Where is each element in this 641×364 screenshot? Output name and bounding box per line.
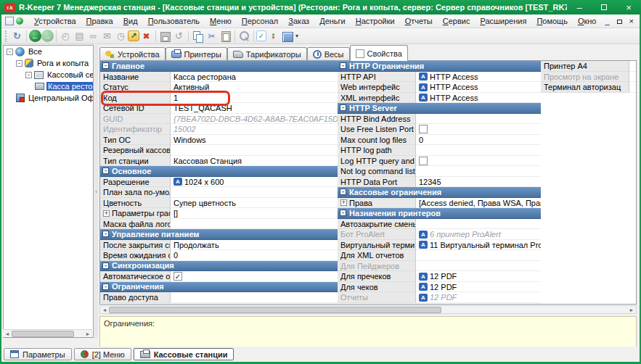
restore-button[interactable] <box>592 0 616 15</box>
tab-tariff[interactable]: Тарификаторы <box>227 47 307 61</box>
checkbox[interactable]: ✓ <box>173 272 182 281</box>
menu-item-6[interactable]: Персонал <box>237 15 284 27</box>
property-value[interactable]: A12 PDF <box>416 271 541 282</box>
tree-item-3[interactable]: -Кассовый сервер <box>4 69 93 80</box>
tab-printers[interactable]: Принтеры <box>166 47 227 61</box>
property-value[interactable]: Активный <box>171 82 338 93</box>
collapse-icon[interactable]: - <box>340 210 346 216</box>
property-value[interactable] <box>171 145 338 156</box>
zoom-icon[interactable] <box>237 30 251 43</box>
recent-icon[interactable]: ◷ <box>114 30 128 43</box>
export-icon[interactable]: ✉ <box>100 30 114 43</box>
scrollbar-thumb[interactable] <box>109 307 441 313</box>
paste-icon[interactable] <box>219 30 232 43</box>
tab-devices[interactable]: Устройства <box>99 47 166 61</box>
section-header[interactable]: -Синхронизация <box>100 261 338 272</box>
property-value[interactable]: Windows <box>171 135 338 146</box>
menu-item-7[interactable]: Заказ <box>283 15 314 27</box>
property-value[interactable]: A12 PDF <box>416 282 541 293</box>
tree-collapse-icon[interactable]: - <box>7 49 13 55</box>
tree-item-4[interactable]: Касса рестор <box>4 80 93 92</box>
collapse-icon[interactable]: - <box>340 189 346 195</box>
property-value[interactable]: Кассовая Станция <box>171 156 338 167</box>
property-value[interactable]: 0 <box>171 250 338 261</box>
collapse-icon[interactable]: - <box>340 104 346 111</box>
tree-item-2[interactable]: -Рога и копыта <box>4 57 93 69</box>
property-value[interactable] <box>416 156 541 167</box>
property-value[interactable] <box>629 72 637 83</box>
delete-icon[interactable]: ✖ <box>139 30 153 43</box>
mdi-restore-button[interactable] <box>617 17 622 25</box>
menu-item-4[interactable]: Пользователь <box>143 15 205 27</box>
property-value[interactable]: ✓ <box>171 271 338 282</box>
property-value[interactable]: Супер цветность <box>171 198 338 209</box>
tab-scales[interactable]: Весы <box>307 47 350 61</box>
property-value[interactable]: [] <box>171 208 338 219</box>
property-value[interactable]: 0 <box>416 135 541 146</box>
property-value[interactable]: 12345 <box>416 177 541 188</box>
section-header[interactable]: -Главное <box>100 61 338 72</box>
tree-horizontal-scrollbar[interactable]: ◄ ► <box>3 329 92 337</box>
edit-icon[interactable]: ↗ <box>128 30 139 41</box>
collapse-icon[interactable]: - <box>102 262 109 269</box>
filter-icon[interactable]: ✓ <box>256 30 266 41</box>
print-icon[interactable]: ▤ <box>73 30 86 43</box>
expand-icon[interactable]: + <box>103 210 110 217</box>
forward-icon[interactable]: → <box>41 30 54 42</box>
section-header[interactable]: -HTTP Server <box>338 103 541 114</box>
sort-icon[interactable]: ▲▼ <box>266 30 280 43</box>
back-icon[interactable]: ← <box>29 30 41 42</box>
mdi-close-button[interactable]: × <box>629 17 634 25</box>
property-value[interactable]: AHTTP Access <box>416 82 541 93</box>
search-icon[interactable]: ∞ <box>86 30 100 43</box>
property-value[interactable]: TEST_QACASH <box>171 103 338 114</box>
property-value[interactable] <box>416 166 541 177</box>
history-icon[interactable]: ◴ <box>59 30 73 43</box>
minimize-button[interactable]: – <box>567 0 592 15</box>
copy-icon[interactable] <box>191 30 205 43</box>
section-header[interactable]: -HTTP Ограничения <box>338 61 541 72</box>
section-header[interactable]: -Ограничения <box>100 282 338 293</box>
tree-collapse-icon[interactable]: - <box>16 60 23 67</box>
property-value[interactable]: A1024 x 600 <box>171 177 338 188</box>
menu-item-1[interactable]: Устройства <box>29 15 81 27</box>
scrollbar-thumb[interactable] <box>12 331 74 337</box>
menu-item-13[interactable]: Помощь <box>531 15 573 27</box>
property-value[interactable]: {7BEA702D-DBCB-4D62-A8AB-7EAC0AF15D08} <box>171 114 338 125</box>
menu-item-14[interactable]: Окно <box>573 15 602 27</box>
property-value[interactable]: Касса ресторана <box>171 72 338 83</box>
menu-item-8[interactable]: Деньги <box>314 15 351 27</box>
taskbar-button-2[interactable]: [2] Меню <box>74 348 131 360</box>
checkbox[interactable] <box>419 125 428 133</box>
property-value[interactable] <box>416 114 541 125</box>
refresh-icon[interactable]: ↻ <box>10 30 24 43</box>
property-value[interactable] <box>416 261 541 272</box>
tree-item-5[interactable]: Центральный Офис <box>4 92 93 104</box>
property-value[interactable] <box>629 61 637 72</box>
cut-icon[interactable]: ✂ <box>205 30 219 43</box>
property-value[interactable]: AHTTP Access <box>416 72 541 83</box>
undo-icon[interactable]: ↺ <box>172 30 186 43</box>
property-value[interactable]: A11 Виртуальный терминал ProQiPAy <box>416 240 541 251</box>
menu-item-3[interactable]: Вид <box>118 15 143 27</box>
collapse-icon[interactable]: - <box>102 231 109 237</box>
taskbar-button-3[interactable]: Кассовые станции <box>134 348 234 360</box>
grid-horizontal-scrollbar[interactable]: ◄ ► <box>99 305 637 314</box>
toolbar-grip[interactable] <box>5 30 8 42</box>
mdi-minimize-button[interactable]: _ <box>605 17 609 25</box>
tree-collapse-icon[interactable]: - <box>25 72 32 78</box>
property-value[interactable] <box>171 292 338 303</box>
property-value[interactable] <box>171 187 338 198</box>
section-header[interactable]: -Управление питанием <box>100 229 338 240</box>
menu-item-5[interactable]: Меню <box>205 15 237 27</box>
table-view-icon[interactable] <box>280 30 294 43</box>
checkbox[interactable] <box>419 157 428 165</box>
collapse-icon[interactable]: - <box>102 284 109 290</box>
property-value[interactable] <box>416 124 541 135</box>
property-value[interactable] <box>416 219 541 230</box>
section-header[interactable]: -Назначения принтеров <box>338 208 541 219</box>
menu-item-2[interactable]: Правка <box>81 15 118 27</box>
expand-icon[interactable]: + <box>340 199 347 206</box>
taskbar-button-1[interactable]: Параметры <box>4 348 72 360</box>
property-value[interactable]: Продолжать <box>171 240 338 251</box>
